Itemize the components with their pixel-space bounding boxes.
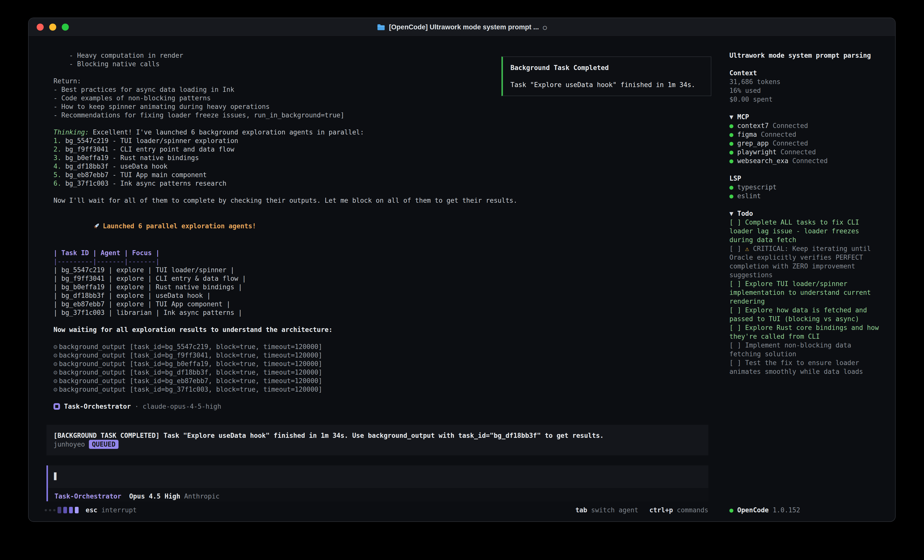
table-row: | bg_37f1c003 | librarian | Ink async pa… [54, 308, 708, 317]
lsp-item: ●eslint [729, 192, 881, 201]
status-dot-icon: ● [729, 183, 737, 191]
window-title: [OpenCode] Ultrawork mode system prompt … [377, 23, 547, 31]
agent-signature: Task-Orchestrator · claude-opus-4-5-high [54, 402, 708, 411]
return-item: - How to keep spinner animating during h… [54, 102, 708, 111]
queued-badge: QUEUED [89, 440, 118, 449]
rocket-icon [93, 222, 100, 232]
active-model-label[interactable]: Opus 4.5 High [129, 493, 180, 500]
agents-table: | Task ID | Agent | Focus | |---------|-… [54, 249, 708, 317]
author-name: junhoyeo [54, 440, 85, 448]
todo-item: [ ]Test the fix to ensure loader animate… [729, 359, 881, 376]
tool-call: ⚙background_output [task_id=bg_df18bb3f,… [54, 368, 708, 377]
table-row: | bg_df18bb3f | explore | useData hook | [54, 291, 708, 300]
system-message-panel: [BACKGROUND TASK COMPLETED] Task "Explor… [46, 425, 708, 455]
mcp-item: ●websearch_exaConnected [729, 157, 881, 165]
input-line[interactable]: ▋ [54, 472, 701, 481]
prompt-input[interactable]: ▋ Task-Orchestrator Opus 4.5 High Anthro… [46, 466, 708, 501]
session-title: Ultrawork mode system prompt parsing [729, 51, 881, 60]
commands-hint: ctrl+p commands [649, 506, 708, 514]
lsp-section: LSP ●typescript ●eslint [729, 174, 881, 201]
status-bar: esc interrupt tab switch agent ctrl+p co… [28, 501, 712, 521]
todo-item: [ ]Explore how data is fetched and passe… [729, 306, 881, 323]
zoom-button[interactable] [62, 24, 69, 31]
input-footer: Task-Orchestrator Opus 4.5 High Anthropi… [48, 488, 708, 501]
mcp-heading[interactable]: ▼MCP [729, 113, 881, 121]
todo-heading[interactable]: ▼Todo [729, 209, 881, 218]
separator-icon: · [131, 402, 142, 411]
transcript-scroll-area[interactable]: - Heavy computation in render - Blocking… [28, 37, 712, 501]
status-dot-icon: ● [729, 192, 737, 200]
agent-name: Task-Orchestrator [64, 402, 131, 411]
agent-list-item: 5.bg_eb87ebb7 - TUI App main component [54, 171, 708, 179]
sidebar: Ultrawork mode system prompt parsing Con… [712, 37, 895, 521]
toast-title: Background Task Completed [510, 63, 703, 72]
status-dot-icon: ● [729, 157, 737, 165]
todo-item: [ ]Explore Rust core bindings and how th… [729, 323, 881, 341]
tab-hint: tab switch agent [576, 506, 638, 514]
lsp-item: ●typescript [729, 183, 881, 192]
chevron-down-icon[interactable]: ▼ [729, 210, 737, 217]
spacer [180, 493, 184, 500]
context-heading: Context [729, 69, 881, 78]
gear-icon: ⚙ [54, 360, 59, 368]
gear-icon: ⚙ [54, 377, 59, 385]
todo-item: [ ]Implement non-blocking data fetching … [729, 341, 881, 359]
agent-model: claude-opus-4-5-high [142, 402, 221, 411]
system-message-text: [BACKGROUND TASK COMPLETED] Task "Explor… [54, 431, 701, 440]
tool-call: ⚙background_output [task_id=bg_eb87ebb7,… [54, 377, 708, 385]
return-item: - Recommendations for fixing loader free… [54, 111, 708, 120]
text-cursor: ▋ [54, 472, 58, 480]
gear-icon: ⚙ [54, 386, 59, 393]
mcp-item: ●figmaConnected [729, 130, 881, 139]
mcp-section: ▼MCP ●context7Connected ●figmaConnected … [729, 113, 881, 165]
tool-call-list: ⚙background_output [task_id=bg_5547c219,… [54, 343, 708, 394]
minimize-button[interactable] [49, 24, 56, 31]
todo-item: [ ]Explore TUI loader/spinner implementa… [729, 280, 881, 306]
window-controls [37, 24, 69, 31]
gear-icon: ⚙ [54, 368, 59, 376]
tool-call: ⚙background_output [task_id=bg_5547c219,… [54, 343, 708, 351]
titlebar[interactable]: [OpenCode] Ultrawork mode system prompt … [28, 18, 895, 37]
close-button[interactable] [37, 24, 44, 31]
context-tokens: 31,686 tokens [729, 78, 881, 86]
active-agent-label[interactable]: Task-Orchestrator [54, 493, 121, 500]
table-row: | bg_eb87ebb7 | explore | TUI App compon… [54, 300, 708, 308]
chevron-down-icon[interactable]: ▼ [729, 113, 737, 121]
table-row: | bg_f9ff3041 | explore | CLI entry & da… [54, 274, 708, 283]
progress-spinner [45, 507, 79, 514]
system-message-meta: junhoyeoQUEUED [54, 440, 701, 449]
table-divider: |---------|-------|-------| [54, 257, 708, 266]
window-title-text: [OpenCode] Ultrawork mode system prompt … [389, 23, 539, 31]
spacer [121, 493, 129, 500]
chat-area: - Heavy computation in render - Blocking… [28, 37, 712, 521]
tool-call: ⚙background_output [task_id=bg_b0effa19,… [54, 359, 708, 368]
context-spent: $0.00 spent [729, 95, 881, 104]
table-row: | bg_b0effa19 | explore | Rust native bi… [54, 283, 708, 291]
mcp-item: ●context7Connected [729, 121, 881, 130]
status-dot-icon: ● [729, 131, 737, 138]
mcp-item: ●grep_appConnected [729, 139, 881, 148]
agent-icon [54, 403, 60, 410]
tool-call: ⚙background_output [task_id=bg_37f1c003,… [54, 385, 708, 394]
warning-icon: ⚠ [745, 245, 753, 252]
background-task-toast[interactable]: Background Task Completed Task "Explore … [501, 57, 711, 96]
agent-list-item: 4.bg_df18bb3f - useData hook [54, 162, 708, 171]
thinking-line: Thinking: Excellent! I've launched 6 bac… [54, 128, 708, 136]
agent-list-item: 6.bg_37f1c003 - Ink async patterns resea… [54, 179, 708, 188]
app-version: 1.0.152 [772, 506, 800, 515]
launched-text: Launched 6 parallel exploration agents! [103, 222, 256, 230]
agent-list-item: 2.bg_f9ff3041 - CLI entry point and data… [54, 145, 708, 154]
waiting-heading: Now waiting for all exploration results … [54, 325, 708, 334]
gear-icon: ⚙ [54, 343, 59, 350]
table-header: | Task ID | Agent | Focus | [54, 249, 708, 257]
record-indicator-icon: ○ [543, 23, 547, 31]
agent-list-item: 3.bg_b0effa19 - Rust native bindings [54, 154, 708, 162]
thinking-label: Thinking: [54, 129, 89, 136]
agent-list-item: 1.bg_5547c219 - TUI loader/spinner explo… [54, 136, 708, 145]
folder-icon [377, 24, 385, 30]
app-version-footer: ● OpenCode 1.0.152 [729, 501, 881, 521]
todo-section: ▼Todo [ ]Complete ALL tasks to fix CLI l… [729, 209, 881, 376]
thinking-text: Excellent! I've launched 6 background ex… [89, 129, 364, 136]
toast-body: Task "Explore useData hook" finished in … [510, 81, 703, 89]
thinking-block: Thinking: Excellent! I've launched 6 bac… [54, 128, 708, 188]
